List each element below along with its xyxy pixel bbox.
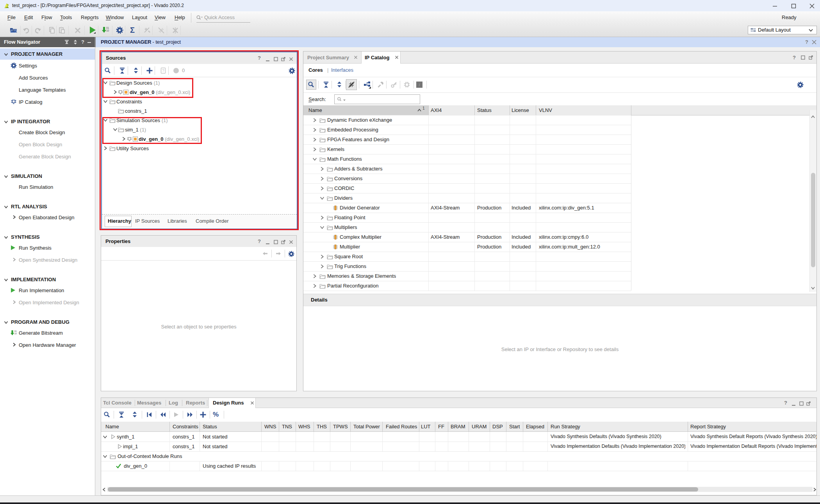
svg-text:10: 10 — [106, 29, 109, 32]
svg-text:10: 10 — [14, 332, 17, 335]
svg-text:01: 01 — [106, 27, 109, 29]
svg-text:01: 01 — [14, 330, 17, 332]
